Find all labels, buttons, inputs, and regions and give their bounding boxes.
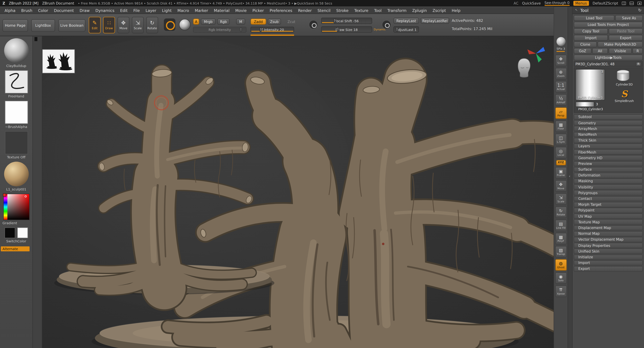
- menu-item[interactable]: Zscript: [430, 7, 449, 14]
- shelf-button[interactable]: ✥ Move: [555, 180, 566, 192]
- menu-item[interactable]: Marker: [192, 7, 211, 14]
- tool-section-row[interactable]: Polygroups: [574, 190, 643, 195]
- shelf-button[interactable]: XYZ: [556, 160, 566, 165]
- alpha-thumbnail[interactable]: [5, 101, 28, 124]
- tool-section-row[interactable]: Import: [574, 260, 643, 265]
- tool-panel-button-visible[interactable]: Visible: [609, 48, 632, 54]
- window-config-icon[interactable]: [638, 2, 642, 5]
- brush-thumbnail[interactable]: [4, 38, 28, 63]
- tool-section-row[interactable]: Visibility: [574, 184, 643, 190]
- menu-item[interactable]: Stencil: [314, 7, 334, 14]
- mode-button[interactable]: ↻ Rotate: [146, 17, 158, 33]
- tool-panel-button-goz[interactable]: GoZ: [574, 48, 592, 54]
- color-picker[interactable]: [3, 194, 30, 220]
- tool-panel-button-paste-tool[interactable]: Paste Tool: [609, 28, 643, 34]
- mrgb-button[interactable]: Mrgb: [201, 19, 216, 25]
- material-thumbnail[interactable]: [4, 162, 28, 186]
- menus-button[interactable]: Menus: [573, 1, 589, 6]
- material-sphere-icon[interactable]: [179, 19, 191, 31]
- shelf-button[interactable]: ▱ Persp: [555, 107, 566, 119]
- palette-cycle-icon[interactable]: ↻: [638, 8, 642, 13]
- m-button[interactable]: M: [236, 19, 245, 25]
- panel-layout-icon[interactable]: [630, 2, 634, 5]
- tool-section-row[interactable]: Thick Skin: [574, 138, 643, 143]
- shelf-button[interactable]: ✥ Scroll: [555, 55, 566, 66]
- document-canvas[interactable]: [42, 36, 554, 348]
- menu-item[interactable]: Alpha: [2, 7, 18, 14]
- tool-section-row[interactable]: Deformation: [574, 173, 643, 178]
- focal-shift-slider[interactable]: Focal Shift -56: [321, 18, 372, 24]
- document-thumbnail[interactable]: [42, 49, 75, 73]
- tool-section-row[interactable]: NanoMesh: [574, 132, 643, 137]
- spix-slider[interactable]: SPix 3: [556, 47, 565, 52]
- shelf-button[interactable]: 1:1 Actual: [555, 81, 566, 93]
- shelf-button[interactable]: ▣ Frame: [555, 167, 566, 179]
- tool-section-row[interactable]: Layers: [574, 144, 643, 149]
- gradient-label[interactable]: Gradient: [0, 221, 32, 225]
- menu-item[interactable]: Preferences: [267, 7, 295, 14]
- tray-collapse-strip[interactable]: ‹: [568, 7, 572, 348]
- simplebrush-tool[interactable]: S SimpleBrush: [615, 89, 634, 103]
- menu-item[interactable]: Macro: [174, 7, 192, 14]
- tool-section-row[interactable]: Texture Map: [574, 219, 643, 225]
- shelf-button[interactable]: ◍ Ghost: [555, 259, 566, 271]
- tool-section-row[interactable]: Preview: [574, 161, 643, 166]
- menu-item[interactable]: File: [130, 7, 143, 14]
- tool-section-row[interactable]: Polypaint: [574, 208, 643, 213]
- menu-item[interactable]: Stroke: [334, 7, 352, 14]
- stroke-thumbnail[interactable]: [5, 70, 28, 93]
- tool-section-row[interactable]: Geometry: [574, 120, 643, 125]
- shelf-button[interactable]: ▦ Floor: [555, 121, 566, 132]
- tool-panel-button-import[interactable]: Import: [574, 35, 608, 41]
- menu-item[interactable]: Color: [35, 7, 51, 14]
- lazy-mouse-icon[interactable]: [309, 20, 318, 29]
- menu-item[interactable]: Render: [295, 7, 314, 14]
- tool-panel-button-load-tool[interactable]: Load Tool: [574, 15, 614, 21]
- tool-panel-button-make-polymesh3d[interactable]: Make PolyMesh3D: [598, 42, 643, 47]
- tool-section-row[interactable]: FiberMesh: [574, 149, 643, 155]
- alternate-button[interactable]: Alternate: [1, 246, 30, 251]
- dynamic-mode-icon[interactable]: [382, 20, 391, 29]
- tool-panel-button-all[interactable]: All: [592, 48, 608, 54]
- home-page-button[interactable]: Home Page: [2, 19, 28, 32]
- tool-panel-button-save-as[interactable]: Save As: [615, 15, 643, 21]
- tray-divider[interactable]: [33, 36, 42, 348]
- brush-ring-icon[interactable]: [164, 18, 176, 31]
- zadd-button[interactable]: Zadd: [250, 19, 266, 25]
- tool-section-row[interactable]: Initialize: [574, 254, 643, 260]
- saturation-value-area[interactable]: [7, 194, 29, 220]
- shelf-button[interactable]: ▤ Line Fill: [555, 220, 566, 231]
- shelf-button[interactable]: ½ AAHalf: [555, 94, 566, 106]
- shelf-button[interactable]: ▨ Transp: [555, 246, 566, 258]
- menu-item[interactable]: Edit: [117, 7, 130, 14]
- tool-panel-button-export[interactable]: Export: [609, 35, 643, 41]
- tool-panel-button-load-tools-from-project[interactable]: Load Tools From Project: [574, 22, 643, 28]
- tray-scroll-icon[interactable]: ↖: [575, 8, 578, 12]
- rgb-button[interactable]: Rgb: [217, 19, 230, 25]
- mode-button[interactable]: ✎ Edit: [89, 17, 100, 33]
- tool-section-row[interactable]: Subtool: [574, 114, 643, 120]
- mode-button[interactable]: ✥ Move: [118, 17, 130, 33]
- bpr-render-icon[interactable]: [556, 37, 566, 46]
- mode-button[interactable]: ∷ Draw: [103, 17, 115, 33]
- tool-section-row[interactable]: Display Properties: [574, 243, 643, 248]
- draw-size-slider[interactable]: Draw Size 18: [321, 26, 372, 33]
- menu-item[interactable]: Zplugin: [409, 7, 430, 14]
- menu-item[interactable]: Document: [51, 7, 77, 14]
- zsub-button[interactable]: Zsub: [268, 19, 281, 25]
- tool-section-row[interactable]: ArrayMesh: [574, 126, 643, 131]
- tool-section-row[interactable]: Export: [574, 266, 643, 271]
- hue-strip[interactable]: [4, 194, 7, 220]
- tool-panel-button-copy-tool[interactable]: Copy Tool: [574, 28, 608, 34]
- tool-panel-button-lightbox-tools[interactable]: Lightbox▶Tools: [574, 55, 643, 61]
- tool-section-row[interactable]: Contact: [574, 196, 643, 201]
- tool-section-row[interactable]: Geometry HD: [574, 155, 643, 160]
- tool-section-row[interactable]: Unified Skin: [574, 249, 643, 254]
- menu-item[interactable]: Transform: [384, 7, 409, 14]
- secondary-color-swatch[interactable]: [17, 227, 28, 238]
- collapse-arrow-icon[interactable]: ‹: [569, 174, 570, 178]
- shelf-button[interactable]: ▩ PolyF: [555, 233, 566, 244]
- current-tool-row[interactable]: PM3D_Cylinder3D1. 48 R: [574, 61, 643, 67]
- shelf-button[interactable]: ⇲ Scale: [555, 193, 566, 205]
- menu-item[interactable]: Picker: [250, 7, 267, 14]
